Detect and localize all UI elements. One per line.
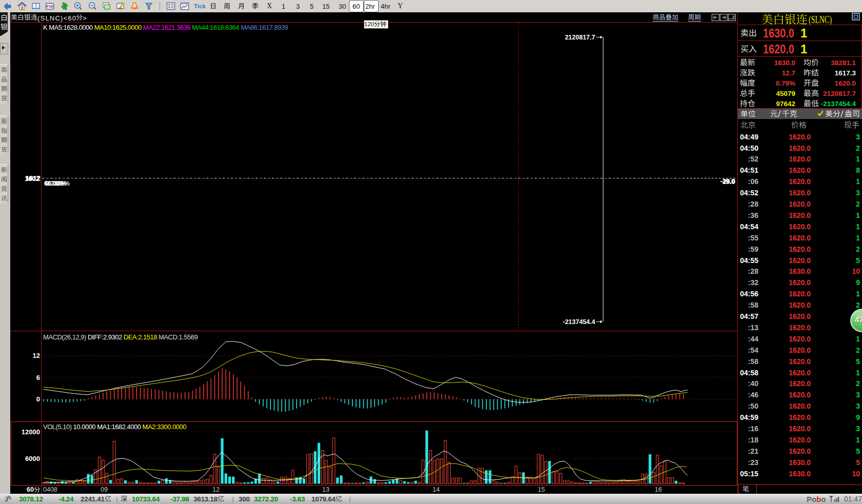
- svg-text:13: 13: [322, 486, 329, 493]
- svg-text:12: 12: [33, 352, 40, 359]
- svg-text:13.88%: 13.88%: [47, 179, 70, 187]
- svg-text:60: 60: [27, 486, 34, 493]
- svg-text:12: 12: [212, 486, 220, 493]
- svg-text:16: 16: [655, 486, 662, 493]
- svg-text:0408: 0408: [43, 486, 57, 493]
- svg-text:15: 15: [538, 486, 545, 493]
- svg-text:6000: 6000: [25, 455, 40, 462]
- svg-text:-2137454.4: -2137454.4: [563, 318, 595, 326]
- svg-text:6: 6: [36, 374, 40, 381]
- svg-text:2120817.7: 2120817.7: [565, 34, 595, 41]
- svg-text:12000: 12000: [22, 428, 40, 436]
- svg-text:1612: 1612: [26, 174, 41, 182]
- svg-text:14: 14: [433, 486, 440, 493]
- svg-text:K MA5:1628.0000 MA10:1625.000: K MA5:1628.0000 MA10:1625.0000 MA22:1621…: [43, 24, 288, 31]
- svg-text:VOL(5,10) 10.0000 MA1:1682.400: VOL(5,10) 10.0000 MA1:1682.4000 MA2:3300…: [43, 423, 186, 431]
- svg-text:MACD(26,12,9) DIFF:2.9302 DEA:: MACD(26,12,9) DIFF:2.9302 DEA:2.1518 MAC…: [43, 333, 198, 341]
- svg-text:09: 09: [101, 486, 108, 493]
- svg-text:-29.0: -29.0: [721, 178, 736, 185]
- svg-text:0: 0: [36, 395, 40, 403]
